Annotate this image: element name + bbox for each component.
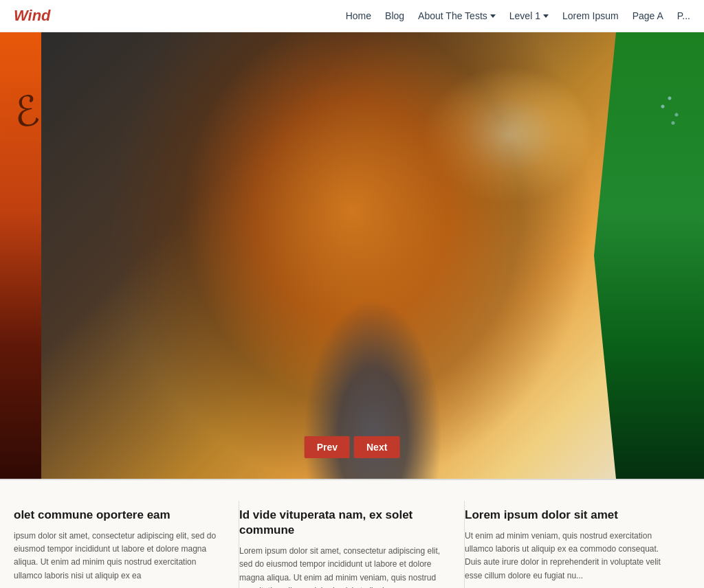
- post-excerpt-1: ipsum dolor sit amet, consectetur adipis…: [14, 530, 225, 583]
- nav-link-blog[interactable]: Blog: [385, 10, 404, 21]
- chevron-down-icon: [490, 14, 496, 18]
- site-logo[interactable]: Wind: [14, 7, 51, 25]
- nav-item-level1[interactable]: Level 1: [509, 10, 549, 21]
- post-excerpt-3: Ut enim ad minim veniam, quis nostrud ex…: [465, 530, 676, 583]
- site-header: Wind Home Blog About The Tests Level 1: [0, 0, 704, 32]
- nav-label-level1: Level 1: [509, 10, 540, 21]
- nav-item-p[interactable]: P...: [677, 10, 690, 22]
- post-excerpt-2: Lorem ipsum dolor sit amet, consectetur …: [239, 545, 450, 588]
- post-item-2: Id vide vituperata nam, ex solet commune…: [239, 501, 465, 588]
- nav-label-about: About The Tests: [418, 10, 487, 21]
- nav-dropdown-level1[interactable]: Level 1: [509, 10, 549, 21]
- nav-link-home[interactable]: Home: [346, 10, 371, 21]
- post-title-2: Id vide vituperata nam, ex solet commune: [239, 508, 450, 538]
- nav-item-lorem[interactable]: Lorem Ipsum: [562, 10, 619, 22]
- dandelion-decoration: [622, 74, 690, 156]
- nav-item-home[interactable]: Home: [346, 10, 371, 22]
- prev-button[interactable]: Prev: [305, 436, 350, 458]
- nav-dropdown-about[interactable]: About The Tests: [418, 10, 496, 21]
- decorative-script: ℰ: [10, 85, 43, 137]
- post-item-3: Lorem ipsum dolor sit amet Ut enim ad mi…: [465, 501, 690, 588]
- next-button[interactable]: Next: [354, 436, 399, 458]
- slide-right-panel: [594, 32, 704, 479]
- post-item-1: olet commune oportere eam ipsum dolor si…: [14, 501, 239, 588]
- post-title-3: Lorem ipsum dolor sit amet: [465, 508, 676, 523]
- nav-item-blog[interactable]: Blog: [385, 10, 404, 22]
- main-nav: Home Blog About The Tests Level 1 Lorem …: [346, 10, 690, 22]
- post-title-1: olet commune oportere eam: [14, 508, 225, 523]
- chevron-down-icon-2: [543, 14, 549, 18]
- slide-center-image: [41, 32, 663, 479]
- nav-item-about[interactable]: About The Tests: [418, 10, 496, 21]
- nav-link-p[interactable]: P...: [677, 10, 690, 21]
- nav-link-pagea[interactable]: Page A: [632, 10, 663, 21]
- nav-link-lorem[interactable]: Lorem Ipsum: [562, 10, 619, 21]
- content-area: olet commune oportere eam ipsum dolor si…: [0, 479, 704, 588]
- posts-grid: olet commune oportere eam ipsum dolor si…: [0, 494, 704, 588]
- slider-controls: Prev Next: [305, 436, 400, 458]
- hero-slider: ℰ Prev Next: [0, 32, 704, 479]
- nav-item-pagea[interactable]: Page A: [632, 10, 663, 22]
